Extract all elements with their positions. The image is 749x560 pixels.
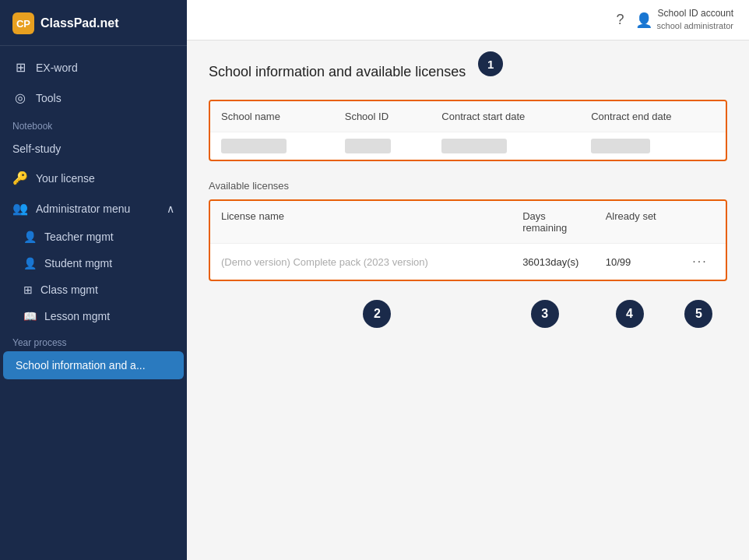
- licenses-header-row: License name Days remaining Already set: [210, 201, 726, 244]
- sidebar-label-tools: Tools: [36, 92, 62, 104]
- callout-5: 5: [684, 300, 712, 328]
- cell-already-set: 10/99: [595, 244, 677, 280]
- key-icon: 🔑: [12, 171, 28, 185]
- school-info-table-container: School name School ID Contract start dat…: [209, 100, 727, 161]
- sidebar-label-school-info: School information and a...: [16, 359, 146, 372]
- sidebar-item-student-mgmt[interactable]: 👤 Student mgmt: [0, 250, 187, 276]
- main-content: ? 👤 School ID account school administrat…: [187, 0, 749, 560]
- sidebar-item-self-study[interactable]: Self-study: [0, 135, 187, 163]
- tools-icon: ◎: [12, 90, 28, 105]
- col-contract-start: Contract start date: [431, 101, 580, 132]
- school-info-table: School name School ID Contract start dat…: [210, 101, 726, 160]
- topbar: ? 👤 School ID account school administrat…: [187, 0, 749, 41]
- sidebar-item-ex-word[interactable]: ⊞ EX-word: [0, 52, 187, 83]
- cell-days-remaining: 36013day(s): [512, 244, 595, 280]
- cell-license-name: (Demo version) Complete pack (2023 versi…: [210, 244, 512, 280]
- col-school-id: School ID: [334, 101, 431, 132]
- logo-icon: CP: [12, 12, 34, 34]
- user-avatar-icon: 👤: [635, 12, 652, 29]
- table-row: [210, 132, 726, 160]
- col-contract-end: Contract end date: [580, 101, 726, 132]
- sidebar-label-ex-word: EX-word: [36, 62, 78, 74]
- sidebar-item-your-license[interactable]: 🔑 Your license: [0, 163, 187, 193]
- table-row: (Demo version) Complete pack (2023 versi…: [210, 244, 726, 280]
- sidebar-item-tools[interactable]: ◎ Tools: [0, 83, 187, 113]
- cell-contract-end: [580, 132, 726, 160]
- logo-area: CP ClassPad.net: [0, 0, 187, 46]
- callout-annotations: 2 3 4 5: [209, 300, 727, 328]
- col-already-set: Already set: [595, 201, 677, 244]
- sidebar-item-admin-menu[interactable]: 👥 Administrator menu ∧: [0, 193, 187, 224]
- sidebar-label-admin-menu: Administrator menu: [36, 203, 130, 215]
- cell-contract-start: [431, 132, 580, 160]
- callout-2: 2: [363, 300, 391, 328]
- school-id-value: [345, 139, 392, 153]
- cell-school-id: [334, 132, 431, 160]
- account-label: School ID account: [657, 7, 733, 20]
- sidebar-item-teacher-mgmt[interactable]: 👤 Teacher mgmt: [0, 224, 187, 250]
- sidebar-item-class-mgmt[interactable]: ⊞ Class mgmt: [0, 276, 187, 303]
- available-licenses-label: Available licenses: [209, 180, 727, 192]
- sidebar-item-school-info[interactable]: School information and a...: [3, 351, 184, 379]
- sidebar: CP ClassPad.net ⊞ EX-word ◎ Tools Notebo…: [0, 0, 187, 560]
- licenses-table-container: License name Days remaining Already set …: [209, 199, 727, 281]
- class-icon: ⊞: [23, 284, 33, 296]
- lesson-icon: 📖: [23, 310, 37, 322]
- sidebar-label-student-mgmt: Student mgmt: [44, 257, 112, 269]
- section-label-year-process: Year process: [0, 329, 187, 351]
- more-actions-button[interactable]: ···: [687, 252, 712, 272]
- cell-actions: ···: [677, 244, 726, 280]
- callout-3: 3: [531, 300, 559, 328]
- user-text: School ID account school administrator: [657, 7, 733, 32]
- teacher-icon: 👤: [23, 231, 37, 243]
- callout-4: 4: [616, 300, 644, 328]
- sidebar-label-self-study: Self-study: [12, 143, 61, 155]
- page-content: School information and available license…: [187, 41, 749, 560]
- school-table-header-row: School name School ID Contract start dat…: [210, 101, 726, 132]
- chevron-up-icon: ∧: [167, 203, 174, 215]
- callout-1: 1: [478, 51, 503, 76]
- logo-text: ClassPad.net: [40, 16, 118, 30]
- sidebar-label-your-license: Your license: [36, 172, 95, 185]
- page-title: School information and available license…: [209, 64, 466, 80]
- student-icon: 👤: [23, 257, 37, 269]
- contract-end-value: [591, 139, 650, 153]
- role-label: school administrator: [657, 20, 733, 32]
- col-school-name: School name: [210, 101, 334, 132]
- sidebar-nav: ⊞ EX-word ◎ Tools Notebook Self-study 🔑 …: [0, 46, 187, 560]
- col-days-remaining: Days remaining: [512, 201, 595, 244]
- licenses-table: License name Days remaining Already set …: [210, 201, 726, 280]
- sidebar-label-class-mgmt: Class mgmt: [40, 284, 98, 296]
- user-info: 👤 School ID account school administrator: [635, 7, 733, 32]
- help-icon[interactable]: ?: [617, 12, 624, 28]
- section-label-notebook: Notebook: [0, 113, 187, 135]
- sidebar-label-teacher-mgmt: Teacher mgmt: [44, 231, 114, 243]
- col-actions: [677, 201, 726, 244]
- col-license-name: License name: [210, 201, 512, 244]
- admin-icon: 👥: [12, 201, 28, 216]
- sidebar-label-lesson-mgmt: Lesson mgmt: [44, 310, 110, 322]
- grid-icon: ⊞: [12, 60, 28, 75]
- cell-school-name: [210, 132, 334, 160]
- school-name-value: [221, 139, 287, 153]
- sidebar-item-lesson-mgmt[interactable]: 📖 Lesson mgmt: [0, 303, 187, 329]
- contract-start-value: [441, 139, 507, 153]
